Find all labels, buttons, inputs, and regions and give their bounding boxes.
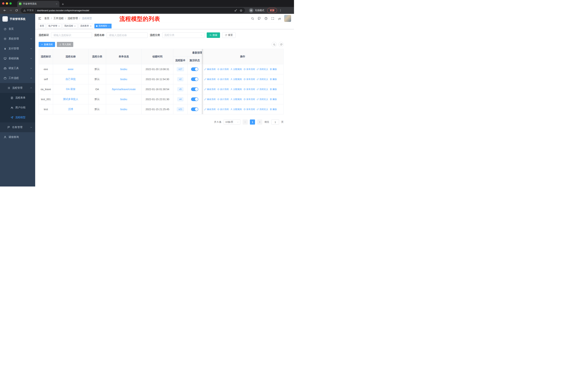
active-toggle[interactable] xyxy=(191,77,198,81)
process-name-link[interactable]: OA 请假 xyxy=(66,88,75,91)
next-page-button[interactable] xyxy=(257,120,262,125)
security-indicator[interactable]: 不安全 xyxy=(23,9,34,12)
action-delete[interactable]: 删除 xyxy=(270,108,277,111)
action-delete[interactable]: 删除 xyxy=(270,88,277,91)
process-name-link[interactable]: 滔博 xyxy=(68,108,73,111)
action-delete[interactable]: 删除 xyxy=(270,98,277,101)
sidebar-item-task-mgmt[interactable]: 任务管理 xyxy=(0,122,35,132)
hamburger-icon[interactable] xyxy=(38,17,41,20)
action-publish-process[interactable]: 发布流程 xyxy=(243,68,255,71)
action-delete[interactable]: 删除 xyxy=(270,68,277,71)
avatar[interactable] xyxy=(284,15,291,22)
refresh-table-button[interactable] xyxy=(279,42,284,47)
close-icon[interactable] xyxy=(58,25,60,27)
action-publish-process[interactable]: 发布流程 xyxy=(243,108,255,111)
toggle-search-button[interactable] xyxy=(272,42,277,47)
close-icon[interactable] xyxy=(108,25,110,27)
active-toggle[interactable] xyxy=(191,97,198,101)
import-process-button[interactable]: 导入流程 xyxy=(57,42,73,47)
form-info-link[interactable]: biubiu xyxy=(120,78,127,81)
sidebar-item-process-model[interactable]: 流程模型 xyxy=(0,112,35,122)
process-name-input[interactable] xyxy=(107,32,148,38)
fullscreen-icon[interactable] xyxy=(271,16,275,20)
sidebar-item-process-form[interactable]: 流程表单 xyxy=(0,93,35,103)
process-name-link[interactable]: eeee xyxy=(68,68,74,71)
tag-process-form[interactable]: 流程表单 xyxy=(79,24,93,28)
active-toggle[interactable] xyxy=(191,87,198,91)
search-icon[interactable] xyxy=(251,16,254,20)
sidebar-item-home[interactable]: 首页 xyxy=(0,24,35,34)
close-icon[interactable] xyxy=(74,25,76,27)
tag-tenant-mgmt[interactable]: 租户管理 xyxy=(47,24,62,28)
action-design-process[interactable]: 设计流程 xyxy=(217,88,229,91)
action-edit-process[interactable]: 修改流程 xyxy=(204,88,216,91)
zoom-window-button[interactable] xyxy=(10,2,12,5)
action-assign-rule[interactable]: 分配规则 xyxy=(230,98,242,101)
prev-page-button[interactable] xyxy=(243,120,248,125)
category-select[interactable]: 流程分类 xyxy=(162,32,205,38)
action-assign-rule[interactable]: 分配规则 xyxy=(230,88,242,91)
goto-page-input[interactable] xyxy=(271,120,279,125)
kebab-menu-icon[interactable] xyxy=(279,9,283,12)
tag-process-model[interactable]: 流程模型 xyxy=(94,24,112,28)
action-design-process[interactable]: 设计流程 xyxy=(217,98,229,101)
close-icon[interactable] xyxy=(90,25,92,27)
tag-home[interactable]: 首页 xyxy=(38,24,46,28)
back-button[interactable] xyxy=(2,8,7,13)
new-tab-button[interactable] xyxy=(62,3,64,5)
action-process-definition[interactable]: 流程定义 xyxy=(257,108,268,111)
action-publish-process[interactable]: 发布流程 xyxy=(243,98,255,101)
search-button[interactable]: 搜索 xyxy=(207,32,220,38)
minimize-window-button[interactable] xyxy=(6,2,8,5)
browser-tab[interactable]: 芋道管理系统 xyxy=(17,1,59,7)
reset-button[interactable]: 重置 xyxy=(222,32,235,38)
active-toggle[interactable] xyxy=(191,67,198,71)
close-tab-icon[interactable] xyxy=(56,3,58,5)
address-bar[interactable]: 不安全 dashboard.yudao.iocoder.cn/bpm/manag… xyxy=(21,8,245,13)
sidebar-item-payment-mgmt[interactable]: ¥ 支付管理 xyxy=(0,44,35,53)
update-browser-button[interactable]: 更新 xyxy=(267,8,277,13)
action-design-process[interactable]: 设计流程 xyxy=(217,68,229,71)
process-name-link[interactable]: 自己审批 xyxy=(66,78,76,81)
action-design-process[interactable]: 设计流程 xyxy=(217,78,229,81)
reload-button[interactable] xyxy=(14,8,19,13)
process-key-input[interactable] xyxy=(51,32,92,38)
action-edit-process[interactable]: 修改流程 xyxy=(204,98,216,101)
action-edit-process[interactable]: 修改流程 xyxy=(204,78,216,81)
create-process-button[interactable]: 新建流程 xyxy=(39,42,55,47)
action-edit-process[interactable]: 修改流程 xyxy=(204,68,216,71)
breadcrumb-process-mgmt[interactable]: 流程管理 xyxy=(68,17,78,20)
form-info-link[interactable]: biubiu xyxy=(120,98,127,101)
sidebar-item-system-mgmt[interactable]: 系统管理 xyxy=(0,34,35,44)
tag-my-process[interactable]: 我的流程 xyxy=(63,24,77,28)
key-icon[interactable] xyxy=(234,9,237,12)
form-info-link[interactable]: biubiu xyxy=(120,108,127,111)
action-process-definition[interactable]: 流程定义 xyxy=(257,88,268,91)
star-bookmark-icon[interactable] xyxy=(240,9,242,12)
current-page-button[interactable]: 1 xyxy=(250,120,255,125)
action-publish-process[interactable]: 发布流程 xyxy=(243,88,255,91)
form-info-link[interactable]: /bpm/oa/leave/create xyxy=(112,88,136,91)
breadcrumb-workflow[interactable]: 工作流程 xyxy=(53,17,64,20)
active-toggle[interactable] xyxy=(191,107,198,111)
sidebar-item-process-mgmt[interactable]: 流程管理 xyxy=(0,83,35,93)
action-process-definition[interactable]: 流程定义 xyxy=(257,98,268,101)
sidebar-item-infrastructure[interactable]: 基础设施 xyxy=(0,53,35,63)
sidebar-item-user-group[interactable]: 用户分组 xyxy=(0,103,35,112)
sidebar-item-dev-tools[interactable]: 研发工具 xyxy=(0,63,35,73)
breadcrumb-home[interactable]: 首页 xyxy=(44,17,49,20)
action-assign-rule[interactable]: 分配规则 xyxy=(230,68,242,71)
sidebar-item-leave-query[interactable]: 请假查询 xyxy=(0,132,35,142)
page-size-select[interactable]: 10条/页 xyxy=(224,120,241,125)
forward-button[interactable] xyxy=(8,8,13,13)
process-name-link[interactable]: 测试多审批人 xyxy=(63,98,78,101)
sidebar-item-workflow[interactable]: 工作流程 xyxy=(0,73,35,83)
action-process-definition[interactable]: 流程定义 xyxy=(257,78,268,81)
help-icon[interactable] xyxy=(264,16,268,20)
form-info-link[interactable]: biubiu xyxy=(120,68,127,71)
action-design-process[interactable]: 设计流程 xyxy=(217,108,229,111)
action-assign-rule[interactable]: 分配规则 xyxy=(230,108,242,111)
action-process-definition[interactable]: 流程定义 xyxy=(257,68,268,71)
close-window-button[interactable] xyxy=(2,2,4,5)
font-size-icon[interactable]: TT xyxy=(277,16,281,20)
